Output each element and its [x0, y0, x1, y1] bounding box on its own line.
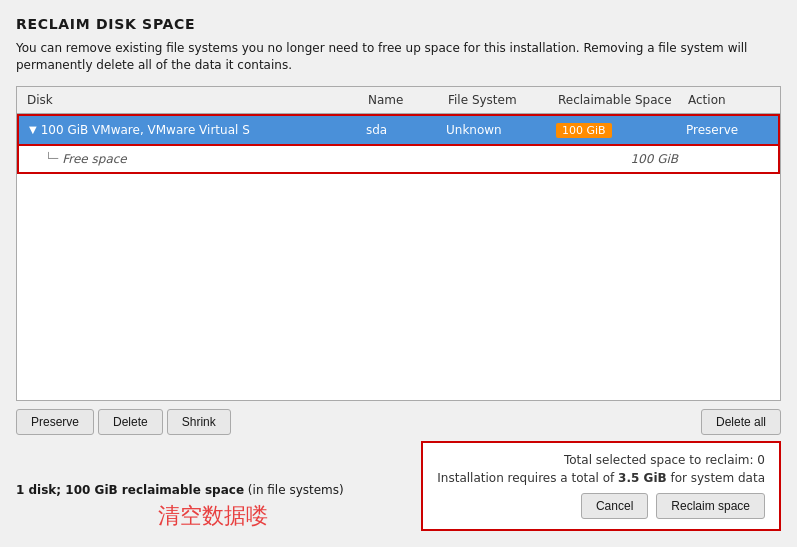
page-title: RECLAIM DISK SPACE: [16, 16, 781, 32]
bottom-section: Preserve Delete Shrink Delete all 1 disk…: [16, 409, 781, 531]
free-space-row: └─ Free space 100 GiB: [17, 146, 780, 174]
bottom-left: 1 disk; 100 GiB reclaimable space (in fi…: [16, 483, 409, 531]
info-summary: 1 disk; 100 GiB reclaimable space: [16, 483, 244, 497]
page-description: You can remove existing file systems you…: [16, 40, 781, 74]
table-body: ▼ 100 GiB VMware, VMware Virtual S sda U…: [17, 114, 780, 400]
info-text: 1 disk; 100 GiB reclaimable space (in fi…: [16, 483, 409, 497]
shrink-button[interactable]: Shrink: [167, 409, 231, 435]
action-buttons: Preserve Delete Shrink Delete all: [16, 409, 781, 435]
disk-cell: ▼ 100 GiB VMware, VMware Virtual S: [25, 121, 362, 139]
col-name: Name: [364, 91, 444, 109]
preserve-button[interactable]: Preserve: [16, 409, 94, 435]
reclaim-space-button[interactable]: Reclaim space: [656, 493, 765, 519]
reclaim-suffix-2: for system data: [667, 471, 765, 485]
tree-line-icon: └─: [45, 152, 58, 165]
delete-button[interactable]: Delete: [98, 409, 163, 435]
col-disk: Disk: [23, 91, 364, 109]
delete-all-button[interactable]: Delete all: [701, 409, 781, 435]
info-suffix: (in file systems): [244, 483, 344, 497]
table-row[interactable]: ▼ 100 GiB VMware, VMware Virtual S sda U…: [17, 114, 780, 146]
bottom-row: 1 disk; 100 GiB reclaimable space (in fi…: [16, 441, 781, 531]
reclaim-buttons: Cancel Reclaim space: [437, 493, 765, 519]
filesystem-cell: Unknown: [442, 121, 552, 139]
chevron-down-icon: ▼: [29, 124, 37, 135]
reclaim-line-2: Installation requires a total of 3.5 GiB…: [437, 471, 765, 485]
reclaimable-cell: 100 GiB: [552, 121, 682, 139]
disk-table: Disk Name File System Reclaimable Space …: [16, 86, 781, 401]
table-header: Disk Name File System Reclaimable Space …: [17, 87, 780, 114]
reclaim-panel: Total selected space to reclaim: 0 Insta…: [421, 441, 781, 531]
reclaimable-badge: 100 GiB: [556, 123, 612, 138]
cancel-button[interactable]: Cancel: [581, 493, 648, 519]
free-space-size: 100 GiB: [552, 150, 682, 168]
reclaim-bold-2: 3.5 GiB: [618, 471, 667, 485]
action-cell: Preserve: [682, 121, 772, 139]
col-reclaimable: Reclaimable Space: [554, 91, 684, 109]
watermark-text: 清空数据喽: [16, 501, 409, 531]
col-action: Action: [684, 91, 774, 109]
free-space-label: Free space: [62, 152, 126, 166]
reclaim-line-1: Total selected space to reclaim: 0: [437, 453, 765, 467]
col-filesystem: File System: [444, 91, 554, 109]
disk-label: 100 GiB VMware, VMware Virtual S: [41, 123, 250, 137]
name-cell: sda: [362, 121, 442, 139]
reclaim-prefix-2: Installation requires a total of: [437, 471, 618, 485]
free-space-label-cell: └─ Free space: [25, 150, 362, 168]
reclaim-prefix-1: Total selected space to reclaim:: [564, 453, 757, 467]
reclaim-value-1: 0: [757, 453, 765, 467]
